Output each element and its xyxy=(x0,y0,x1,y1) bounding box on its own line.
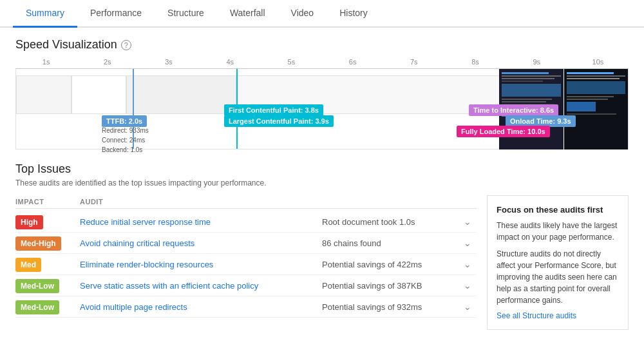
col-desc xyxy=(322,198,464,206)
impact-cell-1: High xyxy=(15,217,80,227)
impact-cell-4: Med-Low xyxy=(15,281,80,291)
expand-icon-3[interactable]: ⌄ xyxy=(464,259,477,269)
top-issues-subtitle: These audits are identified as the top i… xyxy=(15,178,629,188)
expand-icon-1[interactable]: ⌄ xyxy=(464,217,477,227)
fully-loaded-label: Fully Loaded Time: 10.0s xyxy=(457,126,550,137)
ruler-3s: 3s xyxy=(138,58,199,66)
segment-2-4s xyxy=(126,75,236,114)
desc-4: Potential savings of 387KB xyxy=(322,281,464,291)
top-issues-section: Top Issues These audits are identified a… xyxy=(15,162,629,330)
issue-row-5: Med-Low Avoid multiple page redirects Po… xyxy=(15,296,477,318)
impact-cell-2: Med-High xyxy=(15,238,80,248)
audit-label-4[interactable]: Serve static assets with an efficient ca… xyxy=(80,281,322,291)
timeline-area: TTFB: 2.0s Redirect: 933ms Connect: 24ms… xyxy=(15,69,629,149)
issues-layout: IMPACT AUDIT High Reduce initial server … xyxy=(15,195,629,330)
impact-cell-3: Med xyxy=(15,260,80,269)
issue-row-4: Med-Low Serve static assets with an effi… xyxy=(15,275,477,296)
impact-badge-high: High xyxy=(15,215,43,229)
impact-badge-med-low-1: Med-Low xyxy=(15,279,59,293)
ruler-row: 1s 2s 3s 4s 5s 6s 7s 8s 9s 10s xyxy=(15,55,629,69)
expand-icon-2[interactable]: ⌄ xyxy=(464,238,477,248)
focus-box-link[interactable]: See all Structure audits xyxy=(497,311,576,320)
expand-icon-4[interactable]: ⌄ xyxy=(464,280,477,291)
focus-box-body2: Structure audits do not directly affect … xyxy=(497,248,619,306)
tti-label: Time to Interactive: 8.6s xyxy=(469,104,558,116)
ttfb-info: Redirect: 933ms Connect: 24ms Backend: 1… xyxy=(102,126,149,155)
ruler-2s: 2s xyxy=(77,58,138,66)
desc-2: 86 chains found xyxy=(322,238,464,248)
issue-row-2: Med-High Avoid chaining critical request… xyxy=(15,233,477,254)
issue-row-3: Med Eliminate render-blocking resources … xyxy=(15,254,477,275)
impact-badge-med: Med xyxy=(15,258,41,272)
ruler-10s: 10s xyxy=(567,58,629,66)
focus-box-title: Focus on these audits first xyxy=(497,205,619,215)
tab-video[interactable]: Video xyxy=(278,0,327,28)
tab-summary[interactable]: Summary xyxy=(13,0,77,28)
ruler-7s: 7s xyxy=(383,58,444,66)
tab-history[interactable]: History xyxy=(327,0,381,28)
ruler-4s: 4s xyxy=(200,58,261,66)
audit-label-2[interactable]: Avoid chaining critical requests xyxy=(80,238,322,248)
tab-bar: Summary Performance Structure Waterfall … xyxy=(0,0,644,28)
desc-5: Potential savings of 932ms xyxy=(322,302,464,312)
issue-row-1: High Reduce initial server response time… xyxy=(15,211,477,233)
impact-badge-med-high: Med-High xyxy=(15,236,61,251)
focus-box-body1: These audits likely have the largest imp… xyxy=(497,220,619,243)
segment-0-1s xyxy=(16,75,71,114)
tab-structure[interactable]: Structure xyxy=(155,0,217,28)
speed-viz-title: Speed Visualization xyxy=(15,38,117,52)
screenshot-2 xyxy=(564,69,629,149)
help-icon[interactable]: ? xyxy=(121,40,131,50)
desc-3: Potential savings of 422ms xyxy=(322,260,464,269)
tab-performance[interactable]: Performance xyxy=(77,0,155,28)
ruler-8s: 8s xyxy=(444,58,506,66)
ruler-5s: 5s xyxy=(261,58,322,66)
desc-1: Root document took 1.0s xyxy=(322,217,464,227)
fcp-label: First Contentful Paint: 3.8s xyxy=(224,104,323,116)
col-expand xyxy=(464,198,477,206)
issues-header: IMPACT AUDIT xyxy=(15,195,477,209)
col-impact: IMPACT xyxy=(15,198,80,206)
audit-label-3[interactable]: Eliminate render-blocking resources xyxy=(80,260,322,269)
top-issues-title: Top Issues xyxy=(15,162,629,176)
audit-label-1[interactable]: Reduce initial server response time xyxy=(80,217,322,227)
col-audit: AUDIT xyxy=(80,198,322,206)
main-content: Speed Visualization ? 1s 2s 3s 4s 5s 6s … xyxy=(0,28,644,337)
segment-1-2s xyxy=(71,75,127,114)
impact-badge-med-low-2: Med-Low xyxy=(15,300,59,314)
audit-label-5[interactable]: Avoid multiple page redirects xyxy=(80,302,322,312)
tab-waterfall[interactable]: Waterfall xyxy=(217,0,278,28)
impact-cell-5: Med-Low xyxy=(15,302,80,312)
viz-container: 1s 2s 3s 4s 5s 6s 7s 8s 9s 10s xyxy=(15,55,629,149)
ruler-1s: 1s xyxy=(15,58,77,66)
ruler-9s: 9s xyxy=(506,58,567,66)
expand-icon-5[interactable]: ⌄ xyxy=(464,302,477,312)
speed-viz-section: Speed Visualization ? xyxy=(15,38,629,52)
lcp-label: Largest Contentful Paint: 3.9s xyxy=(224,115,334,127)
focus-box: Focus on these audits first These audits… xyxy=(487,195,629,330)
ruler-6s: 6s xyxy=(322,58,383,66)
issues-table: IMPACT AUDIT High Reduce initial server … xyxy=(15,195,477,330)
